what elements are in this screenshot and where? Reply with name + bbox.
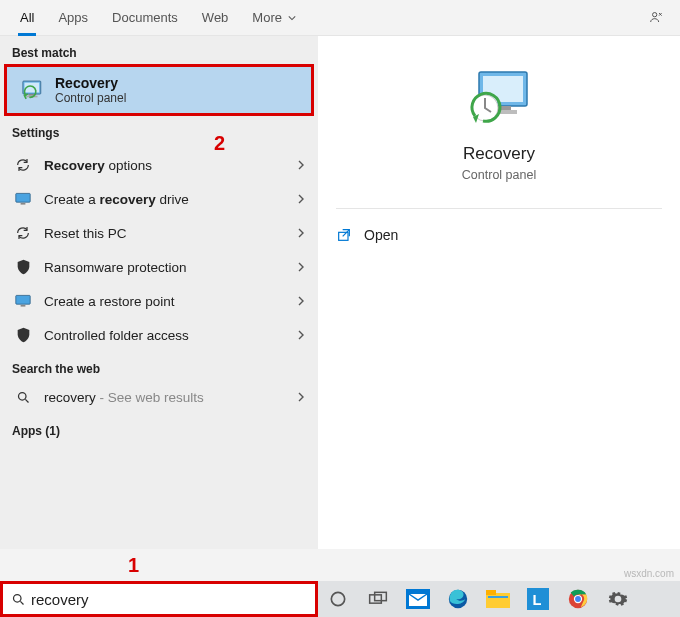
- app-l-icon[interactable]: L: [524, 585, 552, 613]
- svg-point-9: [18, 392, 26, 400]
- chevron-right-icon: [296, 228, 306, 238]
- chevron-right-icon: [296, 160, 306, 170]
- settings-item-controlled-folder[interactable]: Controlled folder access: [0, 318, 318, 352]
- divider: [336, 208, 662, 209]
- svg-rect-19: [375, 592, 387, 600]
- chevron-right-icon: [296, 330, 306, 340]
- results-panel: Best match Recovery Control panel: [0, 36, 318, 549]
- svg-point-0: [653, 12, 657, 16]
- settings-item-label: Reset this PC: [44, 226, 296, 241]
- preview-title: Recovery: [463, 144, 535, 164]
- settings-item-restore-point[interactable]: Create a restore point: [0, 284, 318, 318]
- section-settings: Settings: [0, 116, 318, 144]
- section-search-web: Search the web: [0, 352, 318, 380]
- sync-icon: [12, 225, 34, 241]
- svg-point-17: [331, 592, 344, 605]
- svg-point-29: [575, 596, 581, 602]
- settings-item-label: Ransomware protection: [44, 260, 296, 275]
- section-apps-count: Apps (1): [0, 414, 318, 442]
- svg-rect-18: [370, 595, 382, 603]
- recovery-large-icon: [463, 68, 535, 126]
- task-view-icon[interactable]: [364, 585, 392, 613]
- edge-icon[interactable]: [444, 585, 472, 613]
- preview-panel: Recovery Control panel Open: [318, 36, 680, 549]
- taskbar: L: [318, 581, 680, 617]
- monitor-icon: [12, 192, 34, 206]
- shield-icon: [12, 259, 34, 275]
- sync-icon: [12, 157, 34, 173]
- settings-item-label: Controlled folder access: [44, 328, 296, 343]
- chrome-icon[interactable]: [564, 585, 592, 613]
- chevron-right-icon: [296, 194, 306, 204]
- tab-web[interactable]: Web: [190, 0, 241, 36]
- chevron-right-icon: [296, 392, 306, 402]
- monitor-icon: [12, 294, 34, 308]
- svg-rect-8: [21, 305, 26, 307]
- best-match-subtitle: Control panel: [55, 91, 126, 105]
- tab-more-label: More: [252, 10, 282, 25]
- caret-down-icon: [288, 14, 296, 22]
- action-open-label: Open: [364, 227, 398, 243]
- search-icon: [12, 390, 34, 405]
- svg-text:L: L: [533, 592, 542, 608]
- chevron-right-icon: [296, 262, 306, 272]
- settings-item-recovery-drive[interactable]: Create a recovery drive: [0, 182, 318, 216]
- settings-item-label: Create a recovery drive: [44, 192, 296, 207]
- section-best-match: Best match: [0, 36, 318, 64]
- best-match-item[interactable]: Recovery Control panel: [7, 67, 311, 113]
- annotation-1: 1: [128, 554, 139, 577]
- search-filter-tabs: All Apps Documents Web More: [0, 0, 680, 36]
- preview-subtitle: Control panel: [462, 168, 536, 182]
- svg-point-16: [13, 594, 21, 602]
- best-match-title: Recovery: [55, 75, 126, 91]
- tab-apps[interactable]: Apps: [46, 0, 100, 36]
- svg-rect-22: [486, 593, 510, 608]
- recovery-icon: [17, 76, 45, 104]
- settings-item-label: Recovery options: [44, 158, 296, 173]
- explorer-icon[interactable]: [484, 585, 512, 613]
- svg-rect-5: [16, 193, 30, 202]
- tab-all[interactable]: All: [8, 0, 46, 36]
- open-icon: [336, 227, 352, 243]
- settings-item-recovery-options[interactable]: Recovery options: [0, 148, 318, 182]
- svg-rect-6: [21, 203, 26, 205]
- best-match-highlight: Recovery Control panel: [4, 64, 314, 116]
- settings-item-ransomware[interactable]: Ransomware protection: [0, 250, 318, 284]
- search-input[interactable]: [31, 591, 309, 608]
- svg-rect-23: [486, 590, 496, 595]
- shield-icon: [12, 327, 34, 343]
- mail-icon[interactable]: [404, 585, 432, 613]
- action-open[interactable]: Open: [318, 215, 680, 255]
- svg-rect-7: [16, 295, 30, 304]
- chevron-right-icon: [296, 296, 306, 306]
- web-result-item[interactable]: recovery - See web results: [0, 380, 318, 414]
- settings-item-reset-pc[interactable]: Reset this PC: [0, 216, 318, 250]
- search-box[interactable]: [0, 581, 318, 617]
- feedback-icon[interactable]: [648, 10, 664, 26]
- cortana-icon[interactable]: [324, 585, 352, 613]
- search-icon: [9, 592, 27, 607]
- tab-more[interactable]: More: [240, 0, 308, 36]
- gear-icon[interactable]: [604, 585, 632, 613]
- svg-rect-24: [488, 596, 508, 598]
- settings-item-label: Create a restore point: [44, 294, 296, 309]
- tab-documents[interactable]: Documents: [100, 0, 190, 36]
- watermark: wsxdn.com: [624, 568, 674, 579]
- web-result-label: recovery - See web results: [44, 390, 296, 405]
